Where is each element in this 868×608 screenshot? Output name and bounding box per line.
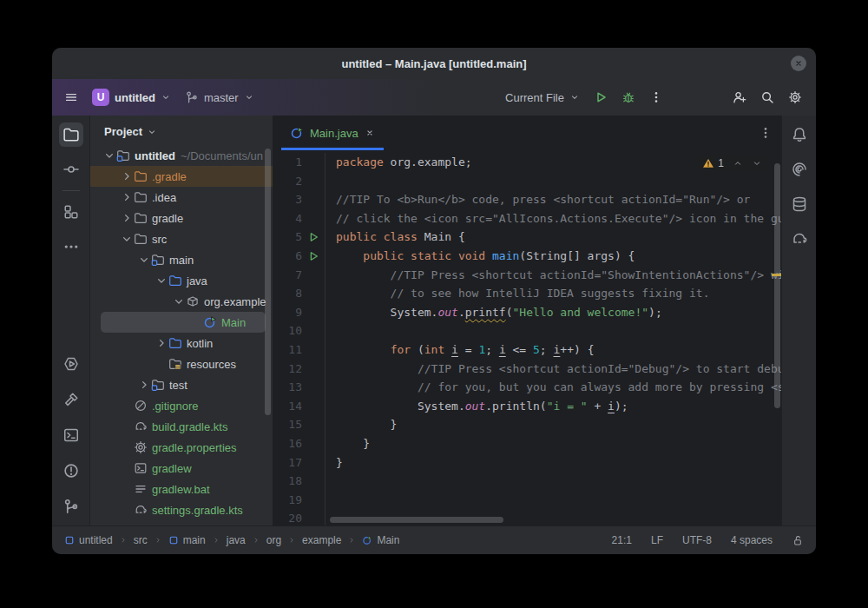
tree-item-untitled[interactable]: untitled~/Documents/un [90,145,273,166]
code-editor[interactable]: 1package org.example;23//TIP To <b>Run</… [273,150,781,525]
tree-item-kotlin[interactable]: kotlin [90,333,273,354]
code-line-6[interactable]: 6 public static void main(String[] args)… [273,247,781,266]
tool-structure[interactable] [59,200,83,224]
code-line-3[interactable]: 3//TIP To <b>Run</b> code, press <shortc… [273,190,781,209]
breadcrumb-item-org[interactable]: org [266,534,281,546]
more-actions-button[interactable] [644,85,668,109]
project-scrollbar[interactable] [265,149,271,415]
chevron-down-icon[interactable] [752,158,762,169]
tree-item-gradle.properties[interactable]: gradle.properties [90,437,273,458]
chevron-closed-icon[interactable] [155,336,168,350]
chevron-open-icon[interactable] [137,253,151,267]
run-configuration-label: Current File [505,91,564,104]
breadcrumb-item-example[interactable]: example [302,534,341,546]
tree-item-Main[interactable]: Main [101,312,266,333]
editor-horizontal-scrollbar[interactable] [330,517,503,523]
breadcrumb-item-untitled[interactable]: untitled [64,534,113,546]
tool-run[interactable] [59,352,83,376]
tab-close-button[interactable] [365,128,375,138]
tree-item-gradlew[interactable]: gradlew [90,458,273,479]
code-line-5[interactable]: 5public class Main { [273,228,781,247]
tree-item-.idea[interactable]: .idea [90,187,273,208]
window-close-button[interactable] [791,56,806,71]
chevron-open-icon[interactable] [155,274,168,287]
code-line-10[interactable]: 10 [273,321,781,340]
tool-build[interactable] [59,387,83,412]
folder-icon [134,169,148,183]
code-line-13[interactable]: 13 // for you, but you can always add mo… [273,378,781,397]
tool-terminal[interactable] [59,423,83,447]
inspection-widget[interactable]: 1 [697,155,767,171]
file-encoding[interactable]: UTF-8 [682,534,712,546]
code-line-17[interactable]: 17} [273,453,781,473]
editor-vertical-scrollbar[interactable] [774,163,780,408]
code-line-8[interactable]: 8 // to see how IntelliJ IDEA suggests f… [273,284,781,303]
breadcrumb-item-main[interactable]: main [168,534,206,546]
chevron-up-icon[interactable] [733,158,743,169]
chevron-closed-icon[interactable] [137,378,151,392]
tree-item-settings.gradle.kts[interactable]: settings.gradle.kts [90,499,273,520]
breadcrumb-item-java[interactable]: java [227,534,246,546]
chevron-closed-icon[interactable] [120,211,134,225]
breadcrumb-item-src[interactable]: src [134,534,148,546]
project-panel-header[interactable]: Project [90,116,273,145]
tool-more-tools[interactable] [59,235,83,259]
chevron-open-icon[interactable] [172,294,186,308]
main-menu-button[interactable] [59,85,83,109]
tree-item-main[interactable]: main [90,249,273,270]
search-everywhere-button[interactable] [755,85,779,109]
tree-item-.gitignore[interactable]: .gitignore [90,395,273,416]
tree-item-label: gradle [152,212,183,225]
tree-item-gradlew.bat[interactable]: gradlew.bat [90,479,273,499]
code-line-16[interactable]: 16 } [273,434,781,453]
tool-problems[interactable] [59,459,83,483]
breadcrumb-item-Main[interactable]: Main [362,534,399,546]
code-with-me-button[interactable] [727,85,752,109]
vcs-widget[interactable]: master [180,85,260,109]
settings-button[interactable] [783,85,807,109]
chevron-open-icon[interactable] [102,149,116,162]
tab-main-java[interactable]: Main.java [281,116,384,150]
tree-item-build.gradle.kts[interactable]: build.gradle.kts [90,416,273,437]
tool-ai-assistant[interactable] [787,157,812,182]
code-line-7[interactable]: 7 //TIP Press <shortcut actionId="ShowIn… [273,266,781,285]
caret-position[interactable]: 21:1 [612,534,632,546]
line-separator[interactable]: LF [651,534,663,546]
tab-options-button[interactable] [759,126,773,140]
code-line-12[interactable]: 12 //TIP Press <shortcut actionId="Debug… [273,360,781,379]
code-line-9[interactable]: 9 System.out.printf("Hello and welcome!"… [273,303,781,322]
tree-item-gradle[interactable]: gradle [90,208,273,228]
run-gutter-icon[interactable] [302,228,325,247]
code-line-2[interactable]: 2 [273,172,781,191]
tree-item-src[interactable]: src [90,228,273,249]
code-line-19[interactable]: 19 [273,491,781,510]
chevron-closed-icon[interactable] [120,190,134,204]
code-line-18[interactable]: 18 [273,472,781,491]
tool-notifications[interactable] [787,122,812,147]
chevron-open-icon[interactable] [120,232,134,246]
tool-gradle[interactable] [787,227,812,251]
tree-item-.gradle[interactable]: .gradle [90,166,273,187]
code-line-4[interactable]: 4// click the <icon src="AllIcons.Action… [273,209,781,228]
run-gutter-icon[interactable] [302,247,325,266]
code-line-14[interactable]: 14 System.out.println("i = " + i); [273,397,781,416]
warning-stripe-mark[interactable] [772,274,781,276]
code-line-15[interactable]: 15 } [273,415,781,434]
tool-project[interactable] [59,122,83,147]
tree-item-test[interactable]: test [90,374,273,395]
tool-commit[interactable] [59,157,83,182]
chevron-open-icon [102,149,116,162]
run-button[interactable] [589,85,613,109]
project-widget[interactable]: U untitled [87,85,176,109]
tool-version-control[interactable] [59,494,83,519]
code-line-11[interactable]: 11 for (int i = 1; i <= 5; i++) { [273,340,781,360]
indent-style[interactable]: 4 spaces [731,534,773,546]
tool-database[interactable] [787,192,812,216]
run-configuration-selector[interactable]: Current File [500,85,585,109]
tree-item-org.example[interactable]: org.example [90,291,273,312]
debug-button[interactable] [616,85,641,109]
tree-item-java[interactable]: java [90,270,273,291]
tree-item-resources[interactable]: resources [90,354,273,374]
lock-icon[interactable] [792,534,804,546]
chevron-closed-icon[interactable] [120,169,134,183]
